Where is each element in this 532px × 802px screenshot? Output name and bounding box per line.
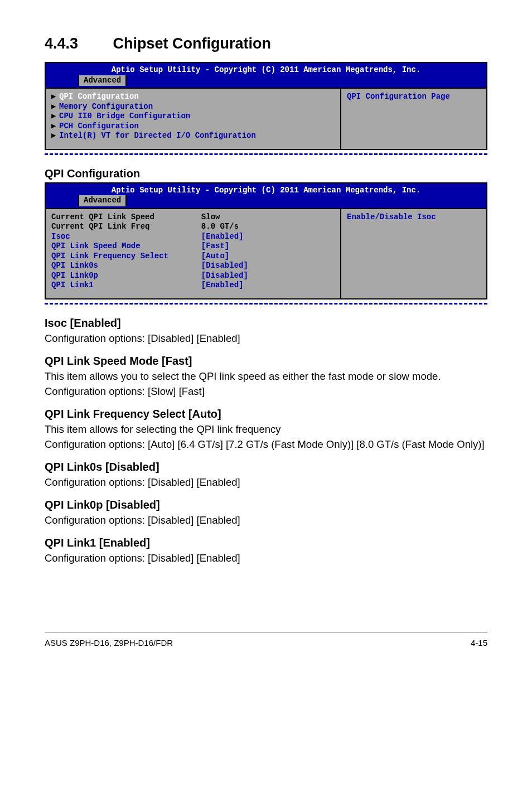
- bios-help-text: QPI Configuration Page: [347, 92, 450, 101]
- footer-product: ASUS Z9PH-D16, Z9PH-D16/FDR: [45, 637, 173, 649]
- bios-title: Aptio Setup Utility - Copyright (C) 2011…: [46, 183, 486, 196]
- bios-setting-value: [Enabled]: [201, 232, 244, 241]
- bios-help-text: Enable/Disable Isoc: [347, 212, 436, 221]
- section-heading: 4.4.3 Chipset Configuration: [45, 33, 487, 54]
- bios-setting-row: QPI Link0s [Disabled]: [51, 261, 335, 271]
- qpi-config-heading: QPI Configuration: [45, 166, 487, 181]
- submenu-arrow-icon: ▶: [51, 122, 59, 132]
- bios-menu-list: ▶QPI Configuration▶Memory Configuration▶…: [46, 89, 340, 149]
- setting-heading: QPI Link0s [Disabled]: [45, 460, 487, 475]
- bios-menu-item: ▶QPI Configuration: [51, 92, 335, 102]
- bios-setting-label: QPI Link0p: [51, 271, 201, 280]
- bios-menu-item: ▶CPU II0 Bridge Configuration: [51, 112, 335, 122]
- footer-page-number: 4-15: [471, 637, 487, 649]
- setting-heading: Isoc [Enabled]: [45, 316, 487, 331]
- bios-setting-value: [Fast]: [201, 241, 229, 250]
- bios-screenshot-chipset: Aptio Setup Utility - Copyright (C) 2011…: [45, 62, 487, 150]
- setting-description: Configuration options: [Slow] [Fast]: [45, 385, 487, 399]
- setting-heading: QPI Link1 [Enabled]: [45, 535, 487, 550]
- bios-settings-list: Current QPI Link Speed SlowCurrent QPI L…: [46, 209, 340, 298]
- bios-setting-label: Isoc: [51, 232, 201, 241]
- bios-setting-row: Current QPI Link Freq 8.0 GT/s: [51, 222, 335, 232]
- bios-setting-row: Isoc [Enabled]: [51, 232, 335, 242]
- bios-tab-row: Advanced: [46, 75, 486, 88]
- setting-description: Configuration options: [Disabled] [Enabl…: [45, 552, 487, 566]
- section-number: 4.4.3: [45, 33, 109, 54]
- bios-menu-label: PCH Configuration: [59, 122, 139, 131]
- bios-menu-label: Memory Configuration: [59, 102, 153, 111]
- bios-menu-label: CPU II0 Bridge Configuration: [59, 112, 190, 120]
- bios-menu-item: ▶Memory Configuration: [51, 102, 335, 112]
- page-footer: ASUS Z9PH-D16, Z9PH-D16/FDR 4-15: [45, 637, 487, 649]
- footer-divider: [45, 632, 487, 633]
- bios-setting-value: 8.0 GT/s: [201, 222, 239, 231]
- bios-setting-row: Current QPI Link Speed Slow: [51, 212, 335, 223]
- submenu-arrow-icon: ▶: [51, 131, 59, 141]
- submenu-arrow-icon: ▶: [51, 102, 59, 112]
- bios-setting-row: QPI Link Speed Mode [Fast]: [51, 241, 335, 252]
- bios-setting-label: QPI Link0s: [51, 261, 201, 270]
- setting-description: Configuration options: [Auto] [6.4 GT/s]…: [45, 438, 487, 452]
- setting-heading: QPI Link Speed Mode [Fast]: [45, 354, 487, 369]
- setting-description: Configuration options: [Disabled] [Enabl…: [45, 332, 487, 346]
- bios-setting-row: QPI Link1 [Enabled]: [51, 281, 335, 291]
- bios-tab-advanced: Advanced: [78, 195, 127, 206]
- bios-setting-row: QPI Link Frequency Select [Auto]: [51, 252, 335, 262]
- bios-setting-value: [Disabled]: [201, 271, 248, 280]
- bios-setting-value: [Disabled]: [201, 261, 248, 270]
- dashed-divider: [45, 303, 487, 305]
- bios-setting-label: Current QPI Link Speed: [51, 212, 201, 221]
- bios-setting-value: Slow: [201, 212, 220, 221]
- bios-help-pane: Enable/Disable Isoc: [340, 209, 486, 298]
- dashed-divider: [45, 153, 487, 155]
- bios-setting-label: Current QPI Link Freq: [51, 222, 201, 231]
- setting-description: Configuration options: [Disabled] [Enabl…: [45, 476, 487, 490]
- bios-screenshot-qpi: Aptio Setup Utility - Copyright (C) 2011…: [45, 182, 487, 299]
- bios-menu-item: ▶Intel(R) VT for Directed I/O Configurat…: [51, 131, 335, 141]
- submenu-arrow-icon: ▶: [51, 112, 59, 122]
- bios-setting-label: QPI Link Speed Mode: [51, 241, 201, 250]
- bios-title: Aptio Setup Utility - Copyright (C) 2011…: [46, 63, 486, 75]
- setting-description: Configuration options: [Disabled] [Enabl…: [45, 514, 487, 528]
- section-title-text: Chipset Configuration: [113, 35, 271, 52]
- bios-setting-value: [Enabled]: [201, 281, 244, 289]
- bios-setting-value: [Auto]: [201, 252, 229, 260]
- bios-tab-row: Advanced: [46, 195, 486, 208]
- bios-setting-row: QPI Link0p [Disabled]: [51, 271, 335, 281]
- bios-tab-advanced: Advanced: [78, 75, 127, 86]
- bios-menu-label: QPI Configuration: [59, 92, 139, 101]
- setting-heading: QPI Link Frequency Select [Auto]: [45, 407, 487, 422]
- setting-description: This item allows you to select the QPI l…: [45, 370, 487, 384]
- bios-setting-label: QPI Link1: [51, 281, 201, 289]
- submenu-arrow-icon: ▶: [51, 92, 59, 102]
- bios-menu-label: Intel(R) VT for Directed I/O Configurati…: [59, 131, 256, 140]
- setting-description: This item allows for selecting the QPI l…: [45, 423, 487, 437]
- bios-help-pane: QPI Configuration Page: [340, 89, 486, 149]
- setting-heading: QPI Link0p [Disabled]: [45, 497, 487, 513]
- bios-setting-label: QPI Link Frequency Select: [51, 252, 201, 260]
- bios-menu-item: ▶PCH Configuration: [51, 122, 335, 132]
